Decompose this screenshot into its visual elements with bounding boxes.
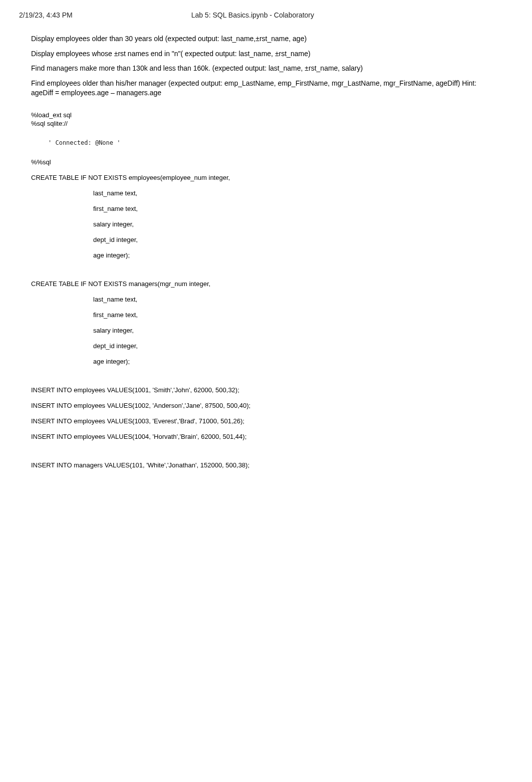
hidden-line: 11 rows affected. [31,530,501,541]
task-item: Find employees older than his/her manage… [31,79,501,98]
sql-line: age integer); [31,358,501,365]
sql-line: first_name text, [31,205,501,212]
sql-line: INSERT INTO employees VALUES(1004, 'Horv… [31,433,501,440]
task-item: Find managers make more than 130k and le… [31,64,501,74]
hidden-line: 11 rows affected. [31,519,501,530]
sql-line: salary integer, [31,327,501,334]
task-text: Find employees older than his/her manage… [31,79,476,87]
sql-line: CREATE TABLE IF NOT EXISTS employees(emp… [31,174,501,181]
hidden-line: [] [31,561,501,572]
timestamp: 2/19/23, 4:43 PM [19,11,73,19]
sql-line: last_name text, [31,189,501,197]
sql-line: last_name text, [31,296,501,303]
sql-line: INSERT INTO employees VALUES(1002, 'Ande… [31,402,501,409]
sql-block: %%sql CREATE TABLE IF NOT EXISTS employe… [31,158,501,469]
sql-line: age integer); [31,251,501,259]
hidden-line: %%sql [31,572,501,582]
sql-line: INSERT INTO employees VALUES(1003, 'Ever… [31,417,501,425]
hidden-line: Done. [31,509,501,519]
hidden-line: INSERT INTO managers VALUES(103, 'Vaughn… [31,488,501,499]
sql-line: dept_id integer, [31,342,501,350]
task-text: ageDiff = employees.age – managers.age [31,89,161,97]
page-title: Lab 5: SQL Basics.ipynb - Colaboratory [191,11,314,19]
sql-line: INSERT INTO managers VALUES(101, 'White'… [31,461,501,469]
hidden-line: 11 rows affected. [31,551,501,562]
hidden-line: * sqlite:// [31,499,501,509]
code-line: %load_ext sql [31,111,501,119]
task-item: Display employees older than 30 years ol… [31,34,501,44]
sql-line: first_name text, [31,311,501,319]
hidden-line: 11 rows affected. [31,541,501,551]
code-line: %sql sqlite:// [31,120,501,127]
connected-output: ' Connected: @None ' [45,138,501,147]
hidden-preview: INSERT INTO managers VALUES(102, 'Smith'… [31,478,501,582]
setup-code: %load_ext sql %sql sqlite:// [31,111,501,127]
sql-line: dept_id integer, [31,236,501,243]
task-list: Display employees older than 30 years ol… [31,34,501,98]
task-item: Display employees whose ±rst names end i… [31,49,501,59]
sql-line: CREATE TABLE IF NOT EXISTS managers(mgr_… [31,280,501,288]
sql-magic: %%sql [31,158,501,166]
sql-line: salary integer, [31,220,501,228]
sql-line: INSERT INTO employees VALUES(1001, 'Smit… [31,386,501,394]
hidden-line: INSERT INTO managers VALUES(102, 'Smith'… [31,478,501,488]
